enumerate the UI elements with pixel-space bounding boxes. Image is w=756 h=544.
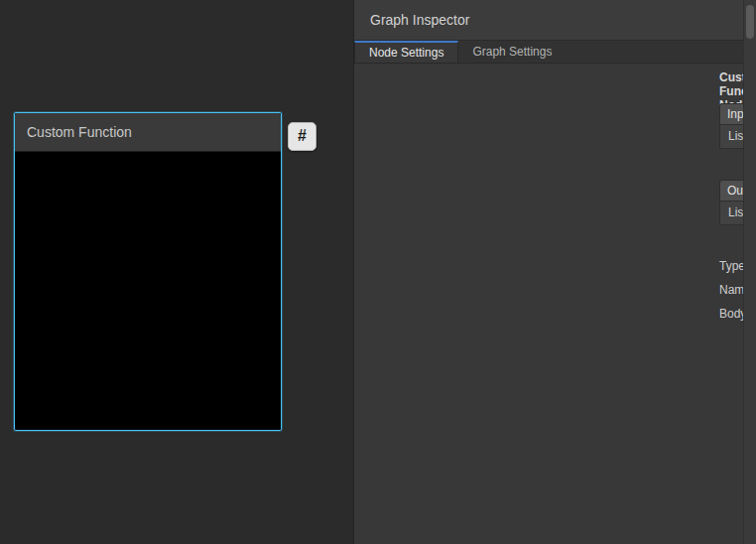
type-label: Type (719, 259, 745, 273)
tab-graph-settings[interactable]: Graph Settings (458, 41, 566, 63)
scrollbar-thumb[interactable] (746, 5, 754, 39)
node-title: Custom Function (27, 124, 132, 140)
inspector-tabbar: Node Settings Graph Settings (354, 41, 743, 64)
graph-inspector-panel: Graph Inspector Node Settings Graph Sett… (353, 0, 756, 544)
tab-node-settings[interactable]: Node Settings (354, 41, 458, 63)
hash-icon: # (298, 127, 307, 144)
inspector-scrollbar[interactable] (743, 0, 756, 544)
custom-function-node[interactable]: Custom Function (14, 112, 282, 431)
node-body (15, 152, 281, 430)
panel-title[interactable]: Graph Inspector (354, 0, 756, 41)
graph-editor-window: Custom Function # Graph Inspector Node S… (0, 0, 756, 544)
node-title-bar[interactable]: Custom Function (15, 113, 281, 152)
node-hash-badge[interactable]: # (288, 122, 316, 151)
